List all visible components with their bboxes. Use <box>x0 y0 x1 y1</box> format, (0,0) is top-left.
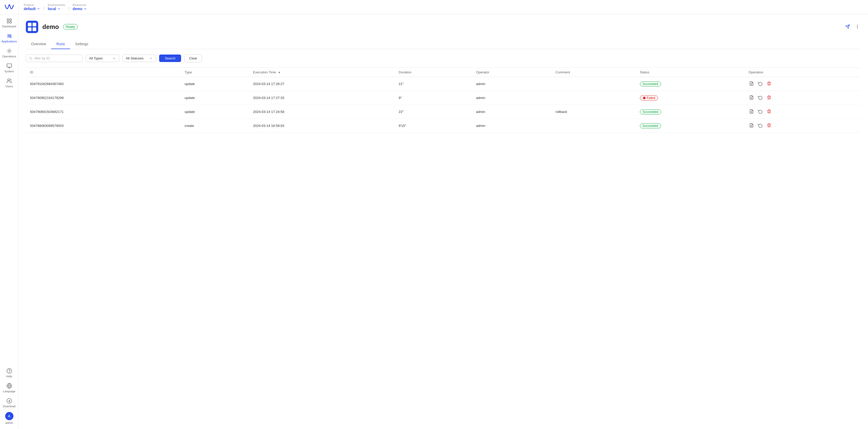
chevron-down-icon-2 <box>149 57 153 60</box>
cell-operator: admin <box>472 77 552 91</box>
cell-id: 504790952104178299 <box>26 91 181 105</box>
tab-overview[interactable]: Overview <box>26 39 51 49</box>
view-log-button[interactable] <box>749 81 754 87</box>
svg-point-17 <box>857 26 858 27</box>
cell-duration: 21'' <box>395 77 472 91</box>
app-icon-dot-4 <box>33 27 36 31</box>
svg-rect-1 <box>7 19 8 21</box>
logo[interactable] <box>0 0 19 14</box>
col-execution-time[interactable]: Execution Time ▼ <box>249 68 395 77</box>
app-icon-dot-3 <box>28 27 32 31</box>
tab-runs[interactable]: Runs <box>51 39 70 49</box>
cell-comment <box>551 77 636 91</box>
tab-runs-label: Runs <box>56 42 65 46</box>
id-filter-input[interactable] <box>35 56 79 60</box>
view-log-button[interactable] <box>749 122 754 129</box>
sidebar-item-download-label: Download <box>3 405 16 408</box>
chevron-down-icon <box>113 57 116 60</box>
cell-type: update <box>181 91 249 105</box>
sort-icon: ▼ <box>278 71 281 74</box>
rollback-button[interactable] <box>757 122 763 129</box>
clear-button[interactable]: Clear <box>184 54 202 62</box>
cell-execution-time: 2024-03-14 17:27:33 <box>249 91 395 105</box>
sidebar-item-dashboard[interactable]: Dashboard <box>0 16 18 30</box>
sidebar-item-help-label: Help <box>6 375 12 378</box>
status-filter-select[interactable]: All Statuses <box>122 55 156 62</box>
svg-point-6 <box>8 50 10 52</box>
cell-comment <box>551 91 636 105</box>
rollback-button[interactable] <box>757 95 763 101</box>
tab-settings[interactable]: Settings <box>70 39 94 49</box>
svg-rect-5 <box>9 36 11 38</box>
sidebar-item-download[interactable]: Download <box>0 395 18 410</box>
view-log-button[interactable] <box>749 95 754 101</box>
app-icon-dot-1 <box>28 23 32 26</box>
delete-button[interactable] <box>766 95 772 101</box>
sidebar-item-help[interactable]: Help <box>0 365 18 380</box>
type-filter-label: All Types <box>89 56 103 60</box>
environments-section: Environments local <box>48 3 65 11</box>
sidebar-item-system[interactable]: System <box>0 60 18 75</box>
col-status: Status <box>636 68 745 77</box>
col-operator: Operator <box>472 68 552 77</box>
svg-rect-3 <box>7 22 8 23</box>
more-options-button[interactable] <box>854 23 861 31</box>
environments-dropdown[interactable]: local <box>48 7 65 11</box>
sidebar-item-users[interactable]: Users <box>0 75 18 90</box>
projects-label: Projects <box>24 3 40 6</box>
runs-table: ID Type Execution Time ▼ Duration Operat… <box>26 67 861 133</box>
type-filter-select[interactable]: All Types <box>86 55 119 62</box>
cell-id: 504791042684367483 <box>26 77 181 91</box>
svg-point-9 <box>7 369 11 373</box>
topbar: Projects default / Environments local / … <box>19 0 868 14</box>
svg-rect-4 <box>9 22 11 23</box>
app-header-left: demo Ready <box>26 21 78 33</box>
svg-text:!: ! <box>644 97 645 99</box>
sidebar-item-operations[interactable]: Operations <box>0 45 18 60</box>
tab-overview-label: Overview <box>31 42 46 46</box>
resources-label: Resources <box>72 3 87 6</box>
sidebar-item-language[interactable]: Language <box>0 380 18 395</box>
svg-point-0 <box>8 4 10 6</box>
tab-bar: Overview Runs Settings <box>26 39 861 49</box>
cell-operator: admin <box>472 105 552 119</box>
app-header: demo Ready <box>26 21 861 33</box>
sidebar-item-admin[interactable]: A admin <box>0 410 18 427</box>
cell-type: create <box>181 119 249 133</box>
svg-point-18 <box>857 28 858 28</box>
status-succeeded: Succeeded <box>640 82 661 87</box>
cell-operation <box>745 105 861 119</box>
delete-button[interactable] <box>766 122 772 129</box>
sidebar-item-dashboard-label: Dashboard <box>2 25 16 28</box>
send-icon-button[interactable] <box>844 23 851 31</box>
tab-settings-label: Settings <box>75 42 88 46</box>
rollback-button[interactable] <box>757 109 763 115</box>
cell-id: 504790691503682171 <box>26 105 181 119</box>
projects-dropdown[interactable]: default <box>24 7 40 11</box>
view-log-button[interactable] <box>749 109 754 115</box>
cell-operator: admin <box>472 91 552 105</box>
status-filter-label: All Statuses <box>126 56 144 60</box>
cell-operation <box>745 119 861 133</box>
col-id: ID <box>26 68 181 77</box>
sidebar: Dashboard Applications Operations System <box>0 0 19 429</box>
delete-button[interactable] <box>766 81 772 87</box>
sidebar-item-users-label: Users <box>5 85 13 88</box>
delete-button[interactable] <box>766 109 772 115</box>
sidebar-item-applications[interactable]: Applications <box>0 30 18 45</box>
resources-dropdown[interactable]: demo <box>72 7 87 11</box>
col-duration: Duration <box>395 68 472 77</box>
search-button[interactable]: Search <box>159 55 181 62</box>
app-icon-dot-2 <box>33 23 36 26</box>
rollback-button[interactable] <box>757 81 763 87</box>
cell-execution-time: 2024-03-14 16:59:03 <box>249 119 395 133</box>
cell-duration: 22'' <box>395 105 472 119</box>
svg-point-19 <box>30 57 32 59</box>
resources-section: Resources demo <box>72 3 87 11</box>
svg-line-20 <box>32 59 32 59</box>
cell-comment: rollback <box>551 105 636 119</box>
projects-value: default <box>24 7 36 11</box>
resources-value: demo <box>72 7 82 11</box>
runs-table-body: 504791042684367483 update 2024-03-14 17:… <box>26 77 861 133</box>
col-type: Type <box>181 68 249 77</box>
